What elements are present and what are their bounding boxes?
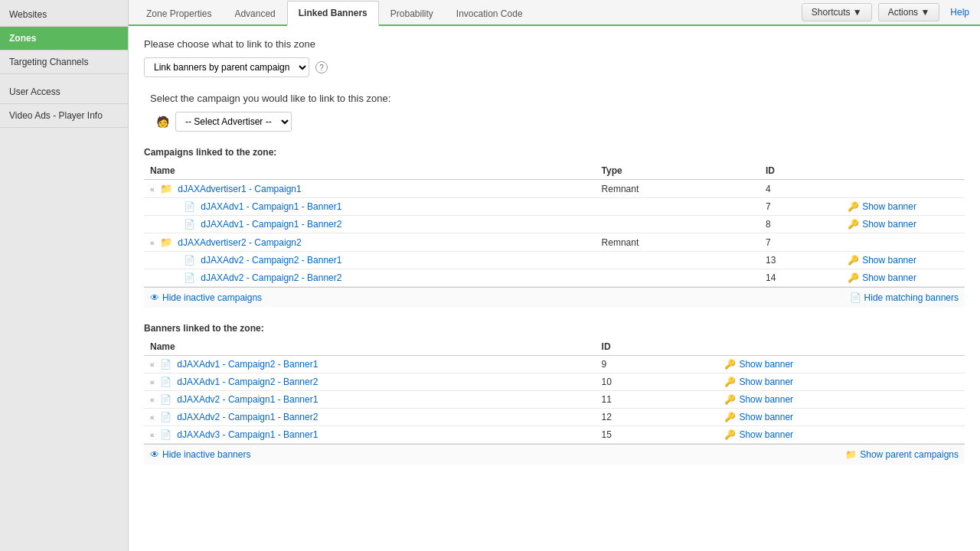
campaigns-col-name: Name bbox=[144, 162, 596, 180]
sidebar-item-zones[interactable]: Zones bbox=[0, 27, 128, 51]
sidebar-item-targeting-channels[interactable]: Targeting Channels bbox=[0, 51, 128, 74]
select-campaign-label: Select the campaign you would like to li… bbox=[150, 93, 965, 104]
help-button[interactable]: Help bbox=[946, 4, 974, 21]
shortcuts-button[interactable]: Shortcuts ▼ bbox=[802, 3, 872, 21]
campaigns-section: Campaigns linked to the zone: Name Type bbox=[144, 147, 965, 308]
show-parent-campaigns-link[interactable]: 📁 Show parent campaigns bbox=[845, 449, 959, 460]
linked-banners-content: Please choose what to link to this zone … bbox=[129, 26, 980, 492]
eye-icon: 👁 bbox=[150, 292, 159, 303]
table-row: 📄 dJAXAdv2 - Campaign2 - Banner1 13 🔑 bbox=[144, 252, 965, 269]
banner-link[interactable]: dJAXAdv1 - Campaign1 - Banner2 bbox=[201, 219, 341, 230]
link-type-select[interactable]: Link banners by parent campaign Link ind… bbox=[144, 57, 309, 77]
banner-id-cell: 13 bbox=[760, 252, 841, 269]
show-banner-button[interactable]: 🔑 Show banner bbox=[848, 272, 916, 283]
banner-action-cell: 🔑 Show banner bbox=[718, 356, 965, 373]
doc-icon: 📄 bbox=[184, 272, 195, 283]
campaign-actions-cell bbox=[841, 233, 965, 252]
banner-link[interactable]: dJAXAdv2 - Campaign1 - Banner2 bbox=[177, 412, 318, 422]
collapse-icon[interactable]: « bbox=[150, 239, 155, 247]
sidebar-item-user-access[interactable]: User Access bbox=[0, 80, 128, 104]
key-icon: 🔑 bbox=[848, 255, 859, 266]
campaign-name-cell: « 📁 dJAXAdvertiser1 - Campaign1 bbox=[144, 180, 596, 198]
actions-button[interactable]: Actions ▼ bbox=[878, 3, 940, 21]
banner-name-cell: « 📄 dJAXAdv1 - Campaign2 - Banner1 bbox=[144, 356, 596, 373]
link-type-row: Link banners by parent campaign Link ind… bbox=[144, 57, 965, 77]
key-icon: 🔑 bbox=[848, 219, 859, 230]
banner-link[interactable]: dJAXAdv2 - Campaign2 - Banner1 bbox=[201, 255, 341, 266]
tab-advanced[interactable]: Advanced bbox=[223, 2, 286, 25]
banner-link[interactable]: dJAXAdv1 - Campaign1 - Banner1 bbox=[201, 201, 341, 212]
app-layout: Websites Zones Targeting Channels User A… bbox=[0, 0, 980, 551]
show-banner-button[interactable]: 🔑 Show banner bbox=[724, 429, 793, 440]
table-row: « 📁 dJAXAdvertiser2 - Campaign2 Remnant … bbox=[144, 233, 965, 252]
banner-action-cell: 🔑 Show banner bbox=[841, 269, 965, 287]
banner-type-cell bbox=[596, 269, 760, 287]
folder-icon: 📁 bbox=[160, 236, 172, 248]
sidebar-divider bbox=[0, 74, 128, 80]
show-banner-button[interactable]: 🔑 Show banner bbox=[724, 377, 793, 387]
hide-inactive-banners-link[interactable]: 👁 Hide inactive banners bbox=[150, 449, 250, 460]
hide-matching-banners-link[interactable]: 📄 Hide matching banners bbox=[850, 292, 959, 303]
hide-inactive-campaigns-link[interactable]: 👁 Hide inactive campaigns bbox=[150, 292, 262, 303]
collapse-icon[interactable]: « bbox=[150, 378, 155, 386]
banners-col-actions bbox=[718, 338, 965, 356]
folder-icon: 📁 bbox=[160, 183, 172, 194]
banner-type-cell bbox=[596, 252, 760, 269]
help-icon[interactable]: ? bbox=[315, 61, 328, 73]
sidebar-item-websites[interactable]: Websites bbox=[0, 3, 128, 27]
banner-link[interactable]: dJAXAdv2 - Campaign2 - Banner2 bbox=[201, 272, 341, 283]
collapse-icon[interactable]: « bbox=[150, 431, 155, 439]
collapse-icon[interactable]: « bbox=[150, 360, 155, 369]
show-banner-button[interactable]: 🔑 Show banner bbox=[848, 255, 916, 266]
table-row: 📄 dJAXAdv2 - Campaign2 - Banner2 14 🔑 bbox=[144, 269, 965, 287]
banner-id-cell: 9 bbox=[596, 356, 719, 373]
campaign-link[interactable]: dJAXAdvertiser1 - Campaign1 bbox=[178, 184, 301, 194]
doc-icon: 📄 bbox=[160, 377, 172, 387]
banner-link[interactable]: dJAXAdv3 - Campaign1 - Banner1 bbox=[177, 429, 318, 440]
doc-icon: 📄 bbox=[160, 394, 172, 405]
show-banner-button[interactable]: 🔑 Show banner bbox=[848, 219, 916, 230]
tab-probability[interactable]: Probability bbox=[379, 2, 445, 25]
select-campaign-section: Select the campaign you would like to li… bbox=[144, 93, 965, 132]
main-content: Zone Properties Advanced Linked Banners … bbox=[129, 0, 980, 551]
table-row: « 📁 dJAXAdvertiser1 - Campaign1 Remnant … bbox=[144, 180, 965, 198]
banners-footer: 👁 Hide inactive banners 📁 Show parent ca… bbox=[144, 444, 965, 465]
banner-link[interactable]: dJAXAdv1 - Campaign2 - Banner1 bbox=[177, 359, 318, 370]
banner-type-cell bbox=[596, 198, 760, 216]
doc-icon: 📄 bbox=[184, 219, 195, 230]
show-banner-button[interactable]: 🔑 Show banner bbox=[848, 201, 916, 212]
banner-name-cell: « 📄 dJAXAdv1 - Campaign2 - Banner2 bbox=[144, 373, 596, 391]
tab-zone-properties[interactable]: Zone Properties bbox=[135, 2, 223, 25]
banner-id-cell: 15 bbox=[596, 426, 719, 444]
banner-action-cell: 🔑 Show banner bbox=[718, 391, 965, 409]
campaigns-col-type: Type bbox=[596, 162, 760, 180]
key-icon: 🔑 bbox=[724, 412, 736, 422]
key-icon: 🔑 bbox=[724, 359, 736, 370]
banners-table: Name ID « 📄 dJAXAdv1 - Campaign2 - Banne… bbox=[144, 338, 965, 444]
banners-section: Banners linked to the zone: Name ID bbox=[144, 323, 965, 465]
banner-name-cell: 📄 dJAXAdv1 - Campaign1 - Banner1 bbox=[144, 198, 596, 216]
campaign-link[interactable]: dJAXAdvertiser2 - Campaign2 bbox=[178, 237, 301, 248]
show-banner-button[interactable]: 🔑 Show banner bbox=[724, 394, 793, 405]
show-banner-button[interactable]: 🔑 Show banner bbox=[724, 359, 793, 370]
banner-name-cell: 📄 dJAXAdv2 - Campaign2 - Banner2 bbox=[144, 269, 596, 287]
choose-label: Please choose what to link to this zone bbox=[144, 38, 965, 50]
show-banner-button[interactable]: 🔑 Show banner bbox=[724, 412, 793, 422]
table-row: 📄 dJAXAdv1 - Campaign1 - Banner2 8 🔑 S bbox=[144, 216, 965, 233]
banner-name-cell: 📄 dJAXAdv2 - Campaign2 - Banner1 bbox=[144, 252, 596, 269]
collapse-icon[interactable]: « bbox=[150, 396, 155, 404]
banner-name-cell: « 📄 dJAXAdv3 - Campaign1 - Banner1 bbox=[144, 426, 596, 444]
collapse-icon[interactable]: « bbox=[150, 185, 155, 194]
banner-link[interactable]: dJAXAdv1 - Campaign2 - Banner2 bbox=[177, 377, 318, 387]
collapse-icon[interactable]: « bbox=[150, 413, 155, 422]
banner-link[interactable]: dJAXAdv2 - Campaign1 - Banner1 bbox=[177, 394, 318, 405]
campaigns-footer: 👁 Hide inactive campaigns 📄 Hide matchin… bbox=[144, 287, 965, 308]
tab-invocation-code[interactable]: Invocation Code bbox=[445, 2, 534, 25]
eye-icon: 👁 bbox=[150, 449, 159, 460]
campaigns-col-id: ID bbox=[760, 162, 841, 180]
sidebar-item-video-ads[interactable]: Video Ads - Player Info bbox=[0, 104, 128, 128]
advertiser-select[interactable]: -- Select Advertiser -- bbox=[175, 112, 292, 132]
tab-linked-banners[interactable]: Linked Banners bbox=[287, 1, 379, 26]
table-row: « 📄 dJAXAdv1 - Campaign2 - Banner2 10 🔑 … bbox=[144, 373, 965, 391]
campaigns-col-actions bbox=[841, 162, 965, 180]
